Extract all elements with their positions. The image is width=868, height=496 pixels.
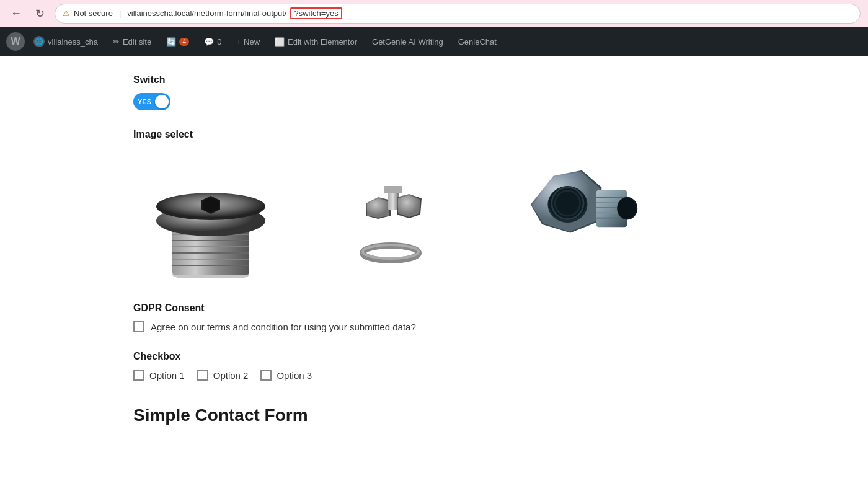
image-option-2[interactable] [313,148,468,284]
url-query: ?switch=yes [290,7,342,19]
edit-elementor-item[interactable]: ⬜ Edit with Elementor [268,27,363,56]
address-bar[interactable]: ⚠ Not secure | villainesscha.local/metfo… [55,4,861,24]
switch-label: Switch [133,74,849,86]
wp-logo[interactable]: W [6,32,25,51]
edit-site-icon: ✏ [113,37,120,46]
checkbox-option-2-label: Option 2 [213,370,249,381]
security-warning: ⚠ [63,9,70,18]
checkbox-option-1[interactable] [133,370,144,381]
get-genie-label: GetGenie AI Writing [372,37,443,46]
checkbox-option-1-label: Option 1 [149,370,185,381]
image-select-label: Image select [133,129,849,140]
updates-item[interactable]: 🔄 4 [160,27,195,56]
image-select-container [133,148,849,284]
separator: | [119,9,121,18]
url-base: villainesscha.local/metform-form/final-o… [127,9,286,18]
site-icon: 🌐 [33,36,45,47]
gdpr-text: Agree on our terms and condition for usi… [151,322,416,332]
get-genie-item[interactable]: GetGenie AI Writing [366,27,450,56]
site-name-label: villainess_cha [48,37,98,46]
back-button[interactable]: ← [7,5,25,22]
comments-icon: 💬 [204,37,214,46]
switch-section: Switch YES [133,74,849,110]
gdpr-checkbox[interactable] [133,321,144,332]
warning-text: Not secure [74,9,113,18]
comments-count: 0 [217,37,221,46]
checkbox-item-2: Option 2 [197,370,249,381]
genie-chat-item[interactable]: GenieChat [452,27,503,56]
checkbox-label: Checkbox [133,351,849,362]
gdpr-section: GDPR Consent Agree on our terms and cond… [133,303,849,332]
svg-marker-20 [398,195,420,217]
genie-chat-label: GenieChat [458,37,497,46]
new-label: New [244,37,260,46]
toggle-yes-label: YES [138,98,151,105]
edit-elementor-label: Edit with Elementor [288,37,357,46]
updates-icon: 🔄 [166,37,176,46]
toggle-container: YES [133,93,849,110]
elementor-icon: ⬜ [275,37,285,46]
gdpr-checkbox-row: Agree on our terms and condition for usi… [133,321,849,332]
checkbox-item-3: Option 3 [260,370,312,381]
svg-point-34 [618,198,636,219]
checkbox-group: Option 1 Option 2 Option 3 [133,370,849,381]
image-option-3[interactable] [493,148,648,284]
plus-icon: + [236,37,241,46]
new-item[interactable]: + New [230,27,266,56]
refresh-button[interactable]: ↻ [31,5,48,22]
updates-badge: 4 [179,38,189,46]
simple-contact-heading: Simple Contact Form [133,405,849,425]
checkbox-item-1: Option 1 [133,370,185,381]
browser-bar: ← ↻ ⚠ Not secure | villainesscha.local/m… [0,0,868,27]
svg-rect-18 [384,186,402,193]
comments-item[interactable]: 💬 0 [198,27,228,56]
edit-site-label: Edit site [123,37,151,46]
checkbox-section: Checkbox Option 1 Option 2 Option 3 [133,351,849,381]
toggle-switch[interactable]: YES [133,93,170,110]
checkbox-option-3-label: Option 3 [277,370,312,381]
image-select-section: Image select [133,129,849,284]
image-option-1[interactable] [133,148,288,284]
toggle-knob [155,95,169,108]
page-content: Switch YES Image select [0,56,868,444]
checkbox-option-2[interactable] [197,370,208,381]
edit-site-item[interactable]: ✏ Edit site [107,27,157,56]
checkbox-option-3[interactable] [260,370,272,381]
gdpr-label: GDPR Consent [133,303,849,314]
site-name-item[interactable]: 🌐 villainess_cha [27,27,104,56]
wp-admin-bar: W 🌐 villainess_cha ✏ Edit site 🔄 4 💬 0 +… [0,27,868,56]
